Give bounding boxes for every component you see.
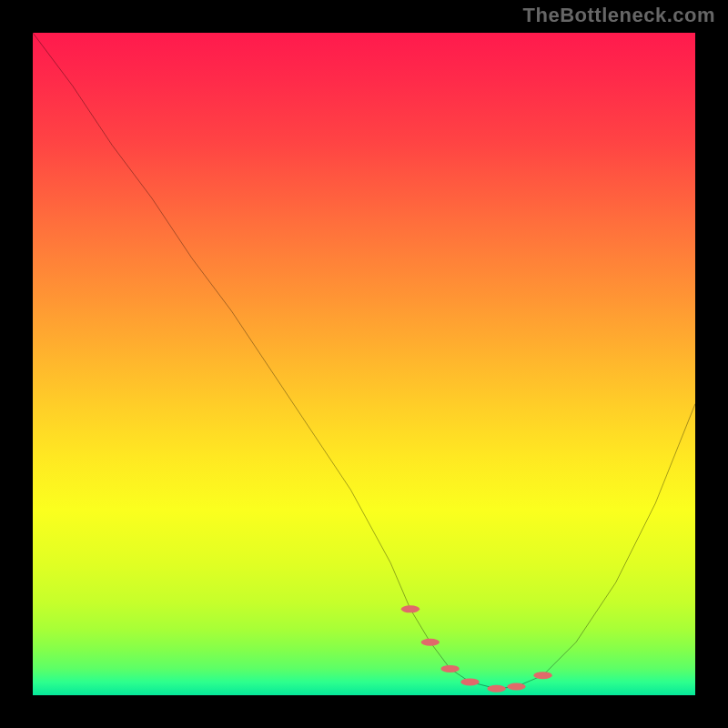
plot-area	[33, 33, 695, 695]
bottleneck-curve	[33, 33, 695, 689]
optimal-range-markers	[401, 605, 552, 692]
optimal-marker	[533, 672, 551, 679]
optimal-marker	[421, 639, 440, 646]
optimal-marker	[401, 605, 420, 612]
chart-frame: TheBottleneck.com	[0, 0, 728, 728]
optimal-marker	[460, 678, 479, 685]
optimal-marker	[507, 683, 525, 691]
optimal-marker	[440, 665, 459, 672]
optimal-marker	[487, 685, 505, 693]
watermark-text: TheBottleneck.com	[523, 4, 715, 27]
curve-svg	[33, 33, 695, 695]
